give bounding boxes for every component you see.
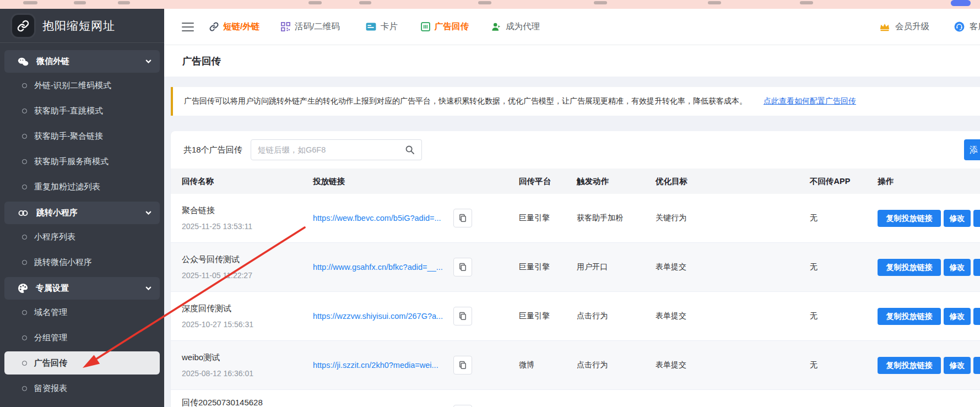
delete-button[interactable]: 删 bbox=[973, 210, 980, 227]
edit-button[interactable]: 修改 bbox=[944, 357, 971, 374]
ad-callback-card: 共18个广告回传 添 回传名称 投放链接 回传平台 触发动作 优化目标 不回传A… bbox=[171, 131, 980, 407]
chevron-down-icon bbox=[145, 285, 152, 292]
sidebar-item-repeat-fan-filter[interactable]: 重复加粉过滤列表 bbox=[0, 174, 164, 199]
platform-cell: 巨量引擎 bbox=[519, 243, 550, 291]
sidebar-group-label: 专属设置 bbox=[36, 283, 69, 294]
strip-mark bbox=[478, 1, 491, 4]
copy-link-icon-button[interactable] bbox=[453, 405, 472, 407]
ad-link[interactable]: https://wew.fbevc.com/b5iG?adid=... bbox=[313, 214, 441, 223]
hamburger-menu-icon[interactable] bbox=[182, 21, 194, 32]
edit-button[interactable]: 修改 bbox=[944, 259, 971, 276]
customer-service[interactable]: 客服 bbox=[954, 9, 980, 45]
sidebar-item-huoke-service-provider[interactable]: 获客助手服务商模式 bbox=[0, 149, 164, 174]
create-time: 2025-10-27 15:56:31 bbox=[182, 320, 253, 329]
sidebar-item-huoke-direct-jump[interactable]: 获客助手-直跳模式 bbox=[0, 98, 164, 123]
search-button[interactable] bbox=[398, 139, 422, 160]
delete-button[interactable]: 删 bbox=[973, 259, 980, 276]
table-row: weibo测试 2025-08-12 16:36:01 https://ji.s… bbox=[171, 341, 980, 390]
sidebar-item-jump-wechat-miniprogram[interactable]: 跳转微信小程序 bbox=[0, 249, 164, 275]
platform-cell: 微博 bbox=[519, 341, 534, 389]
sidebar-group-label: 微信外链 bbox=[36, 56, 69, 67]
sidebar-item-group-management[interactable]: 分组管理 bbox=[0, 325, 164, 350]
sidebar-item-label: 获客助手-直跳模式 bbox=[34, 106, 103, 116]
sidebar-group-jump-miniprogram[interactable]: 跳转小程序 bbox=[4, 202, 160, 224]
nav-item-ad-callback[interactable]: 广告回传 bbox=[421, 9, 469, 45]
sidebar: 抱阳缩短网址 微信外链 外链-识别二维码模式 获客助手-直跳模式 获客助手-聚合… bbox=[0, 9, 164, 407]
sidebar-item-label: 获客助手服务商模式 bbox=[34, 156, 109, 167]
sidebar-item-domain-management[interactable]: 域名管理 bbox=[0, 300, 164, 325]
agent-person-icon bbox=[491, 22, 501, 31]
copy-delivery-link-button[interactable]: 复制投放链接 bbox=[878, 259, 941, 276]
nav-item-card[interactable]: 卡片 bbox=[366, 9, 398, 45]
bullet-icon bbox=[22, 235, 27, 240]
delete-button[interactable]: 删 bbox=[973, 357, 980, 374]
app-title: 抱阳缩短网址 bbox=[42, 18, 115, 34]
sidebar-item-lead-report[interactable]: 留资报表 bbox=[0, 376, 164, 401]
nav-item-agent[interactable]: 成为代理 bbox=[491, 9, 540, 45]
sidebar-item-huoke-aggregate-link[interactable]: 获客助手-聚合链接 bbox=[0, 123, 164, 149]
copy-link-icon-button[interactable] bbox=[453, 209, 472, 227]
chevron-down-icon bbox=[145, 209, 152, 216]
sidebar-group-exclusive-settings[interactable]: 专属设置 bbox=[4, 277, 160, 300]
goal-cell: 表单提交 bbox=[656, 243, 686, 291]
create-time: 2025-11-25 13:53:11 bbox=[182, 222, 252, 231]
bullet-icon bbox=[22, 386, 27, 391]
delete-button[interactable]: 删 bbox=[973, 308, 980, 325]
sidebar-group-label: 跳转小程序 bbox=[36, 208, 78, 218]
platform-cell: 巨量引擎 bbox=[519, 194, 550, 242]
sidebar-item-miniprogram-list[interactable]: 小程序列表 bbox=[0, 224, 164, 249]
callback-name: 聚合链接 bbox=[182, 205, 252, 216]
strip-mark bbox=[594, 1, 607, 4]
sidebar-item-label: 广告回传 bbox=[34, 358, 67, 368]
copy-link-icon-button[interactable] bbox=[453, 258, 472, 276]
nav-item-label: 广告回传 bbox=[435, 21, 469, 32]
nav-item-shortlink[interactable]: 短链/外链 bbox=[209, 9, 259, 45]
ad-link[interactable]: http://www.gsahfx.cn/bfkc?adid=__... bbox=[313, 263, 443, 272]
ad-link[interactable]: https://ji.szzit.cn/2kh0?media=wei... bbox=[313, 361, 438, 370]
callback-name: 回传20250730145628 bbox=[182, 398, 263, 407]
sidebar-group-wechat-external-link[interactable]: 微信外链 bbox=[4, 50, 160, 73]
copy-icon bbox=[458, 361, 467, 370]
bullet-icon bbox=[22, 184, 27, 189]
bullet-icon bbox=[22, 134, 27, 139]
search-input[interactable] bbox=[251, 139, 398, 160]
copy-delivery-link-button[interactable]: 复制投放链接 bbox=[878, 210, 941, 227]
sidebar-item-wailian-qrcode-mode[interactable]: 外链-识别二维码模式 bbox=[0, 73, 164, 98]
trigger-cell: 获客助手加粉 bbox=[577, 194, 623, 242]
sidebar-item-label: 跳转微信小程序 bbox=[34, 257, 92, 268]
copy-icon bbox=[458, 263, 467, 272]
copy-link-icon-button[interactable] bbox=[453, 307, 472, 325]
copy-delivery-link-button[interactable]: 复制投放链接 bbox=[878, 357, 941, 374]
edit-button[interactable]: 修改 bbox=[944, 308, 971, 325]
add-callback-button[interactable]: 添 bbox=[964, 139, 980, 160]
copy-delivery-link-button[interactable]: 复制投放链接 bbox=[878, 308, 941, 325]
copy-link-icon-button[interactable] bbox=[453, 356, 472, 375]
miniprogram-icon bbox=[18, 209, 29, 218]
sidebar-item-label: 域名管理 bbox=[34, 307, 67, 318]
no-app-cell: 无 bbox=[810, 243, 817, 291]
create-time: 2025-08-12 16:36:01 bbox=[182, 369, 253, 378]
strip-mark bbox=[359, 1, 371, 4]
nav-item-label: 短链/外链 bbox=[223, 21, 259, 32]
strip-mark bbox=[118, 1, 130, 4]
trigger-cell: 点击行为 bbox=[577, 341, 608, 389]
palette-icon bbox=[18, 283, 28, 294]
callback-count: 共18个广告回传 bbox=[183, 145, 242, 155]
chain-link-icon bbox=[12, 15, 34, 37]
edit-button[interactable]: 修改 bbox=[944, 210, 971, 227]
sidebar-item-ad-callback[interactable]: 广告回传 bbox=[4, 351, 160, 375]
ad-link[interactable]: https://wzzvw.shiyisui.com/267G?a... bbox=[313, 312, 443, 321]
strip-mark bbox=[23, 1, 37, 4]
member-upgrade[interactable]: 会员升级 bbox=[879, 9, 929, 45]
bullet-icon bbox=[22, 83, 27, 88]
card-icon bbox=[366, 23, 376, 31]
nav-item-label: 卡片 bbox=[381, 21, 398, 32]
create-time: 2025-11-05 11:22:27 bbox=[182, 271, 252, 280]
sidebar-item-label: 小程序列表 bbox=[34, 232, 75, 242]
nav-item-label: 成为代理 bbox=[506, 21, 540, 32]
strip-mark bbox=[708, 1, 721, 4]
goal-cell: 表单提交 bbox=[656, 292, 686, 340]
table-header: 回传名称 投放链接 回传平台 触发动作 优化目标 不回传APP 操作 bbox=[171, 169, 980, 194]
nav-item-qrcode[interactable]: 活码/二维码 bbox=[281, 9, 340, 45]
notice-config-link[interactable]: 点此查看如何配置广告回传 bbox=[764, 96, 856, 106]
